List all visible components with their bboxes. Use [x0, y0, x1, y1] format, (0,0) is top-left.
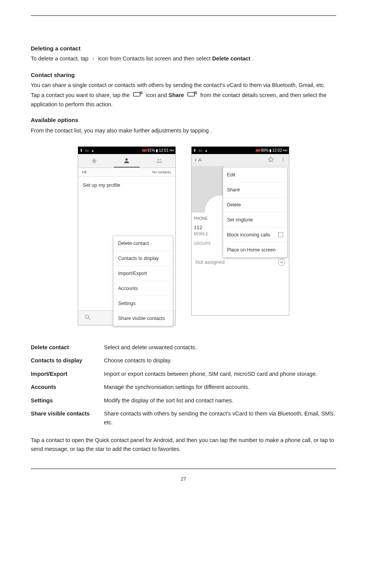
- menu-ringtone-label: Set ringtone: [227, 217, 253, 223]
- no-contacts: No contacts.: [152, 170, 172, 174]
- me-label: ME: [82, 170, 87, 174]
- menu-share-visible[interactable]: Share visible contacts: [113, 311, 173, 326]
- svg-point-18: [283, 159, 284, 160]
- menu-block-label: Block incoming calls: [227, 232, 270, 238]
- setup-profile-row[interactable]: Set up my profile: [78, 177, 175, 193]
- definition-row: Contacts to displayChoose contacts to di…: [31, 354, 336, 367]
- search-icon[interactable]: [84, 314, 91, 322]
- not-assigned-text: Not assigned: [195, 259, 225, 265]
- person-icon: [123, 157, 130, 164]
- battery-icon: ▮: [156, 148, 158, 152]
- svg-point-17: [283, 157, 284, 158]
- sd-icon: ▭: [85, 148, 88, 152]
- ampm-1: AM: [169, 149, 174, 152]
- deleting-l1-pre: To delete a contact, tap: [31, 55, 90, 62]
- contacts-tabs: [78, 154, 175, 168]
- menu-block-calls[interactable]: Block incoming calls: [223, 228, 287, 243]
- status-bar-1: ⬆ ▭ ▲ ▮▮▮ 91% ▮ 12:01 AM: [78, 147, 175, 154]
- svg-point-8: [157, 159, 159, 161]
- svg-point-7: [125, 158, 128, 161]
- contact-avatar: [192, 166, 224, 213]
- bottom-rule: [31, 469, 336, 469]
- menu-edit[interactable]: Edit: [223, 168, 287, 183]
- svg-point-2: [93, 60, 94, 60]
- debug-icon-2: ⬆: [193, 148, 196, 152]
- status-bar-2: ⬆ ▭ ▲ ▮▮▮ 90% ▮ 12:02 AM: [192, 147, 289, 154]
- warn-icon: ▲: [91, 148, 95, 152]
- definition-row: SettingsModify the display of the sort l…: [31, 394, 336, 407]
- groups-row[interactable]: Not assigned: [192, 256, 289, 269]
- time-2: 12:02: [272, 148, 282, 152]
- page-number: 27: [31, 476, 336, 482]
- menu-place-home[interactable]: Place on Home screen: [223, 243, 287, 257]
- menu-share-label: Share: [227, 187, 240, 193]
- definition-term: Accounts: [31, 380, 104, 394]
- phone-section-label: PHONE: [194, 216, 210, 221]
- definition-desc: Choose contacts to display.: [104, 354, 336, 367]
- menu-delete[interactable]: Delete: [223, 198, 287, 213]
- definition-term: Settings: [31, 394, 104, 407]
- definition-term: Import/Export: [31, 367, 104, 380]
- definition-row: Delete contactSelect and delete unwanted…: [31, 341, 336, 354]
- back-button[interactable]: ‹ A: [195, 156, 202, 163]
- menu-accounts[interactable]: Accounts: [113, 281, 173, 296]
- tab-favorites[interactable]: [78, 154, 110, 168]
- tab-groups[interactable]: [143, 154, 175, 168]
- overflow-icon-2: [187, 91, 197, 100]
- definition-desc: Modify the display of the sort list and …: [104, 394, 336, 407]
- deleting-line: To delete a contact, tap icon from Conta…: [31, 54, 336, 63]
- group-icon: [156, 157, 163, 164]
- definition-desc: Import or export contacts between phone,…: [104, 367, 336, 380]
- sharing-line2: Tap a contact you want to share, tap the…: [31, 91, 336, 109]
- detail-overflow-menu: Edit Share Delete Set ringtone Block inc…: [223, 167, 287, 258]
- star-icon: [91, 157, 98, 164]
- deleting-title: Deleting a contact: [31, 44, 336, 53]
- sharing-l2-bold: Share: [168, 92, 184, 98]
- sd-icon-2: ▭: [199, 148, 202, 152]
- me-row: ME No contacts.: [78, 168, 175, 177]
- phone-number[interactable]: 112: [194, 224, 210, 230]
- definition-term: Contacts to display: [31, 354, 104, 367]
- definition-desc: Select and delete unwanted contacts.: [104, 341, 336, 354]
- menu-delete-contact[interactable]: Delete contact: [113, 236, 173, 251]
- signal-icon: ▮▮▮: [142, 148, 147, 152]
- menu-place-home-label: Place on Home screen: [227, 247, 275, 253]
- list-body: Delete contact Contacts to display Impor…: [78, 193, 175, 310]
- menu-contacts-display[interactable]: Contacts to display: [113, 251, 173, 266]
- menu-delete-label: Delete: [227, 202, 241, 208]
- definition-term: Share visible contacts: [31, 407, 104, 429]
- definitions-block: Delete contactSelect and delete unwanted…: [31, 341, 336, 453]
- definition-row: AccountsManage the synchronisation setti…: [31, 380, 336, 394]
- svg-line-11: [88, 318, 90, 320]
- tab-contacts[interactable]: [110, 154, 143, 168]
- menu-set-ringtone[interactable]: Set ringtone: [223, 213, 287, 228]
- svg-point-9: [160, 159, 162, 161]
- debug-icon: ⬆: [80, 148, 83, 152]
- time-1: 12:01: [159, 148, 168, 152]
- battery-pct: 91%: [147, 148, 155, 152]
- deleting-l1-posta: icon from Contacts list screen and then …: [98, 55, 212, 62]
- block-checkbox[interactable]: [278, 232, 283, 237]
- definition-row: Share visible contactsShare contacts wit…: [31, 407, 336, 429]
- signal-icon-2: ▮▮▮: [255, 148, 260, 152]
- svg-rect-6: [195, 92, 197, 94]
- battery-pct-2: 90%: [261, 148, 269, 152]
- menu-edit-label: Edit: [227, 172, 235, 178]
- svg-point-19: [283, 161, 284, 161]
- fav-star-icon[interactable]: [267, 156, 274, 164]
- detail-more-icon[interactable]: [280, 157, 286, 163]
- sharing-line1: You can share a single contact or contac…: [31, 81, 336, 89]
- definition-desc: Share contacts with others by sending th…: [104, 407, 336, 429]
- available-line: From the contact list, you may also make…: [31, 126, 336, 135]
- deleting-l1-bold: Delete contact: [212, 55, 250, 62]
- deleting-l1-end: .: [252, 55, 254, 62]
- detail-top-bar: ‹ A: [192, 154, 289, 166]
- menu-settings[interactable]: Settings: [113, 296, 173, 311]
- overflow-menu: Delete contact Contacts to display Impor…: [113, 236, 173, 326]
- svg-point-10: [85, 315, 89, 318]
- screenshot-contacts-list: ⬆ ▭ ▲ ▮▮▮ 91% ▮ 12:01 AM: [78, 146, 176, 325]
- ampm-2: AM: [283, 149, 287, 152]
- menu-share[interactable]: Share: [223, 183, 287, 198]
- menu-icon: [91, 55, 95, 63]
- menu-import-export[interactable]: Import/Export: [113, 266, 173, 281]
